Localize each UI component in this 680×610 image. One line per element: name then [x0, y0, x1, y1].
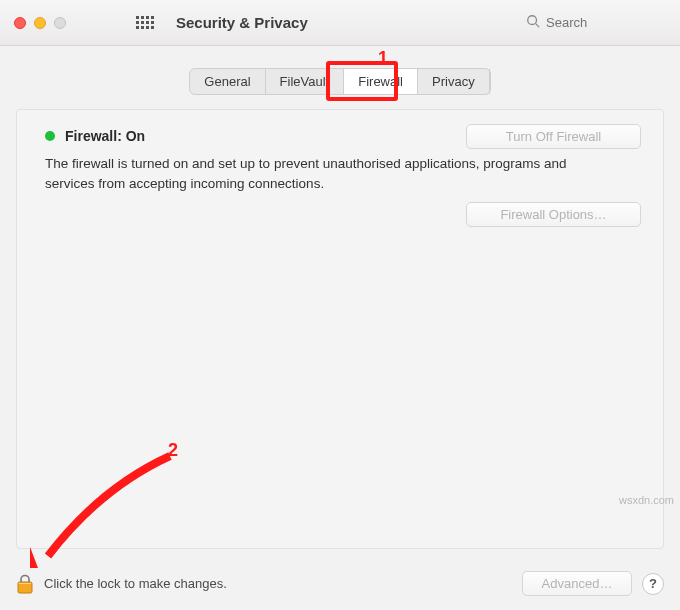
footer: Click the lock to make changes. Advanced… [16, 571, 664, 596]
svg-line-1 [536, 24, 540, 28]
window-controls [14, 17, 66, 29]
tabs: General FileVault Firewall Privacy [189, 68, 490, 95]
close-window-button[interactable] [14, 17, 26, 29]
nav-arrows [98, 14, 114, 32]
firewall-options-button[interactable]: Firewall Options… [466, 202, 641, 227]
annotation-number-1: 1 [378, 48, 388, 69]
search-icon [526, 14, 540, 31]
svg-point-0 [528, 16, 537, 25]
watermark-text: wsxdn.com [619, 494, 674, 506]
turn-off-firewall-button[interactable]: Turn Off Firewall [466, 124, 641, 149]
help-button[interactable]: ? [642, 573, 664, 595]
firewall-status-label: Firewall: On [65, 128, 145, 144]
lock-icon[interactable] [16, 574, 34, 594]
lock-help-text: Click the lock to make changes. [44, 576, 512, 591]
status-dot-icon [45, 131, 55, 141]
search-input[interactable] [546, 15, 666, 30]
show-all-prefs-button[interactable] [136, 16, 154, 29]
advanced-button[interactable]: Advanced… [522, 571, 632, 596]
window-title: Security & Privacy [176, 14, 308, 31]
search-field[interactable] [526, 14, 666, 31]
tab-general[interactable]: General [190, 69, 265, 94]
tab-privacy[interactable]: Privacy [418, 69, 490, 94]
tab-filevault[interactable]: FileVault [266, 69, 345, 94]
minimize-window-button[interactable] [34, 17, 46, 29]
tab-firewall[interactable]: Firewall [344, 69, 418, 94]
zoom-window-button[interactable] [54, 17, 66, 29]
svg-rect-3 [19, 583, 31, 584]
tab-bar: General FileVault Firewall Privacy [0, 46, 680, 95]
annotation-arrow-icon [30, 448, 180, 568]
firewall-description: The firewall is turned on and set up to … [45, 154, 605, 193]
title-bar: Security & Privacy [0, 0, 680, 46]
